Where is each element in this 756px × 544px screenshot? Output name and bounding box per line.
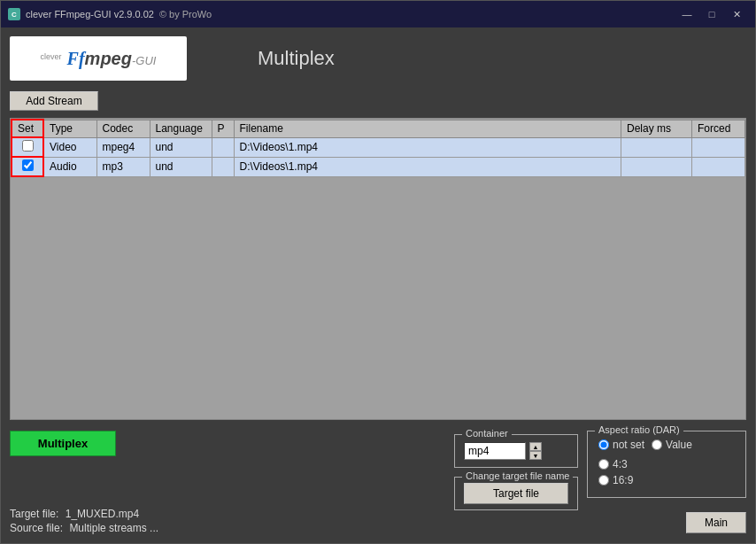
aspect-not-set: not set: [598, 439, 644, 451]
source-file-label: Source file:: [10, 522, 63, 534]
aspect-4-3: 4:3: [598, 458, 735, 470]
col-header-delay: Delay ms: [621, 120, 692, 137]
p-cell: [212, 157, 234, 176]
stream-table-area: Set Type Codec Language P Filename Delay…: [10, 118, 746, 420]
target-info: Target file: 1_MUXED.mp4 Source file: Mu…: [10, 506, 445, 534]
bottom-left: Multiplex Target file: 1_MUXED.mp4 Sourc…: [10, 431, 445, 534]
table-header-row: Set Type Codec Language P Filename Delay…: [12, 120, 745, 137]
aspect-value-label: Value: [666, 439, 692, 451]
logo-gui: -GUI: [132, 54, 156, 67]
title-bar-left: C clever FFmpeg-GUI v2.9.0.02 © by ProWo: [8, 8, 212, 20]
logo-box: clever Ff mpeg -GUI: [10, 36, 187, 81]
aspect-ratio-legend: Aspect ratio (DAR): [595, 424, 683, 435]
logo-main: Ff mpeg -GUI: [67, 49, 157, 69]
aspect-16-9-label: 16:9: [613, 474, 633, 486]
main-window: C clever FFmpeg-GUI v2.9.0.02 © by ProWo…: [0, 0, 756, 544]
set-checkbox[interactable]: [22, 159, 34, 171]
container-spin-down[interactable]: ▼: [529, 451, 542, 460]
app-title: clever FFmpeg-GUI v2.9.0.02: [26, 9, 154, 19]
container-group: Container ▲ ▼: [454, 434, 578, 468]
delay-cell: [621, 137, 692, 157]
type-cell: Audio: [43, 157, 96, 176]
main-btn-row: Main: [587, 505, 746, 533]
window-controls: — □ ✕: [675, 5, 748, 23]
container-legend: Container: [462, 428, 512, 439]
table-row: Audiomp3undD:\Videos\1.mp4: [12, 157, 745, 176]
codec-cell: mpeg4: [96, 137, 150, 157]
language-cell: und: [150, 137, 212, 157]
set-cell: [12, 157, 43, 176]
aspect-not-set-radio[interactable]: [598, 439, 609, 450]
delay-cell: [621, 157, 692, 176]
app-icon: C: [8, 8, 20, 20]
source-file-value: Multiple streams ...: [69, 522, 158, 534]
maximize-button[interactable]: □: [700, 5, 723, 23]
panels-row: Container ▲ ▼ Change target file name Ta: [454, 431, 746, 533]
logo: clever Ff mpeg -GUI: [41, 49, 157, 69]
main-button[interactable]: Main: [686, 512, 746, 533]
title-bar: C clever FFmpeg-GUI v2.9.0.02 © by ProWo…: [1, 1, 755, 27]
container-input[interactable]: [464, 442, 526, 460]
header-row: clever Ff mpeg -GUI Multiplex: [10, 36, 746, 81]
col-header-set: Set: [12, 120, 43, 137]
change-target-legend: Change target file name: [462, 470, 573, 481]
stream-table: Set Type Codec Language P Filename Delay…: [11, 119, 745, 177]
set-checkbox[interactable]: [22, 140, 34, 152]
col-header-p: P: [212, 120, 234, 137]
app-copyright: © by ProWo: [159, 9, 212, 19]
col-header-filename: Filename: [234, 120, 621, 137]
aspect-value-radio[interactable]: [652, 439, 662, 450]
aspect-value: Value: [652, 439, 692, 451]
container-spinner: ▲ ▼: [529, 442, 542, 460]
page-title: Multiplex: [258, 47, 335, 70]
forced-cell: [692, 157, 745, 176]
change-target-group: Change target file name Target file: [454, 477, 578, 510]
aspect-4-3-label: 4:3: [613, 458, 628, 470]
toolbar: Add Stream: [10, 91, 746, 111]
type-cell: Video: [43, 137, 96, 157]
table-row: Videompeg4undD:\Videos\1.mp4: [12, 137, 745, 157]
target-file-value: 1_MUXED.mp4: [66, 508, 139, 520]
col-header-forced: Forced: [692, 120, 745, 137]
filename-cell: D:\Videos\1.mp4: [234, 157, 621, 176]
bottom-area: Multiplex Target file: 1_MUXED.mp4 Sourc…: [10, 427, 746, 534]
p-cell: [212, 137, 234, 157]
aspect-row-1: not set Value: [598, 439, 735, 455]
logo-clever-text: clever: [41, 52, 62, 61]
target-file-label: Target file:: [10, 508, 58, 520]
forced-cell: [692, 137, 745, 157]
target-file-line: Target file: 1_MUXED.mp4: [10, 508, 445, 520]
center-panels: Container ▲ ▼ Change target file name Ta: [454, 431, 578, 510]
close-button[interactable]: ✕: [725, 5, 748, 23]
col-header-codec: Codec: [96, 120, 150, 137]
logo-mpeg: mpeg: [85, 49, 132, 69]
container-spin-up[interactable]: ▲: [529, 442, 542, 451]
aspect-16-9-radio[interactable]: [598, 475, 609, 486]
target-file-button[interactable]: Target file: [464, 483, 568, 504]
container-select-row: ▲ ▼: [464, 442, 568, 460]
minimize-button[interactable]: —: [675, 5, 698, 23]
col-header-language: Language: [150, 120, 212, 137]
add-stream-button[interactable]: Add Stream: [10, 91, 98, 111]
language-cell: und: [150, 157, 212, 176]
col-header-type: Type: [43, 120, 96, 137]
codec-cell: mp3: [96, 157, 150, 176]
main-content: clever Ff mpeg -GUI Multiplex Add Stream: [1, 27, 755, 543]
aspect-4-3-radio[interactable]: [598, 459, 609, 470]
filename-cell: D:\Videos\1.mp4: [234, 137, 621, 157]
set-cell: [12, 137, 43, 157]
aspect-16-9: 16:9: [598, 474, 735, 486]
aspect-panel: Aspect ratio (DAR) not set Value: [587, 431, 746, 533]
logo-ff: Ff: [67, 49, 85, 69]
source-file-line: Source file: Multiple streams ...: [10, 522, 445, 534]
aspect-ratio-group: Aspect ratio (DAR) not set Value: [587, 431, 746, 498]
aspect-not-set-label: not set: [613, 439, 644, 451]
multiplex-button[interactable]: Multiplex: [10, 431, 116, 456]
